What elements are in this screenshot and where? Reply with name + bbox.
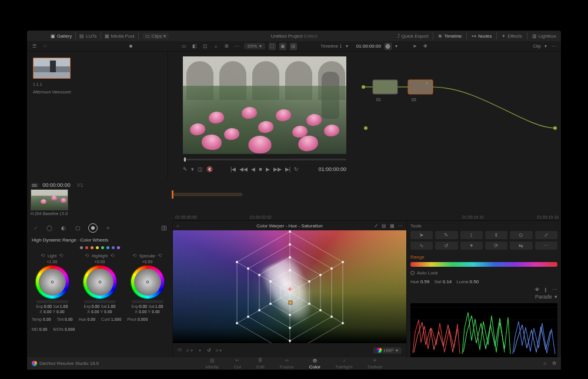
node-graph[interactable]: 01 02 ▾ <box>361 52 561 180</box>
twist-icon[interactable]: ✦ <box>460 242 483 250</box>
mask-overlay-icon[interactable]: ◧ <box>191 43 198 50</box>
node-scope[interactable]: Clip <box>533 43 541 49</box>
search-icon[interactable]: ⌕ <box>212 43 219 50</box>
play-reverse-icon[interactable]: ◀ <box>251 166 255 172</box>
viewer[interactable] <box>183 56 346 154</box>
zoom-level[interactable]: 65%▾ <box>244 43 265 49</box>
step-back-icon[interactable]: ◀◀ <box>239 166 248 172</box>
select-icon[interactable]: ➤ <box>410 231 433 239</box>
overlay-a-icon[interactable]: ▢ <box>269 43 276 50</box>
step-fwd-icon[interactable]: ▶▶ <box>273 166 282 172</box>
chevron-down-icon[interactable]: ▾ <box>346 43 348 49</box>
playhead-icon[interactable] <box>172 190 173 199</box>
pin-icon[interactable]: ⟟ <box>460 231 483 239</box>
color-wheel[interactable] <box>35 265 69 299</box>
sidebar-toggle-icon[interactable]: ☰ <box>31 43 38 50</box>
node-more-icon[interactable]: ⋯ <box>550 43 557 50</box>
contract-icon[interactable]: ⇆ <box>510 242 532 250</box>
radio-icon[interactable] <box>410 271 415 275</box>
viewer-mode-icon[interactable]: ▭ <box>181 43 188 50</box>
clip-thumb[interactable] <box>31 189 68 210</box>
tab-gallery[interactable]: ▣Gallery <box>51 33 72 39</box>
page-fusion[interactable]: ∞Fusion <box>280 358 294 370</box>
last-frame-icon[interactable]: ▶| <box>285 166 290 172</box>
pull-icon[interactable]: ⇕ <box>485 231 507 239</box>
zone-dot[interactable] <box>80 246 83 249</box>
timeline-name[interactable]: Timeline 1 <box>320 43 342 49</box>
page-deliver[interactable]: ✈Deliver <box>368 358 382 370</box>
zone-dot[interactable] <box>106 246 109 249</box>
picker-icon[interactable]: ✎ <box>183 166 188 172</box>
reset-wheel-icon[interactable]: ⟲ <box>158 253 162 259</box>
reset-wheel-icon[interactable]: ⟲ <box>41 253 45 259</box>
quick-export-button[interactable]: ⤴Quick Export <box>397 33 429 39</box>
page-media[interactable]: ▤Media <box>206 358 219 370</box>
reset-wheel-icon[interactable]: ⟲ <box>59 253 64 259</box>
tab-media-pool[interactable]: ▦Media Pool <box>105 33 135 39</box>
tab-luts[interactable]: ▤LUTs <box>79 33 96 39</box>
smooth-icon[interactable]: ∿ <box>410 242 433 250</box>
wheel-handle[interactable] <box>146 281 149 284</box>
tab-clips[interactable]: ▭Clips▾ <box>142 33 169 39</box>
warper-canvas[interactable] <box>173 230 406 343</box>
scope-mode[interactable]: Parade <box>535 294 552 300</box>
reset-col-icon[interactable]: ↺ <box>435 242 457 250</box>
wheel-handle[interactable] <box>51 281 54 284</box>
mute-icon[interactable]: 🔇 <box>206 166 213 172</box>
warper-pin-icon[interactable] <box>288 287 292 291</box>
tab-effects[interactable]: ✦Effects <box>502 33 522 39</box>
color-wheel[interactable] <box>131 265 165 299</box>
add-point-icon[interactable]: ＋ <box>198 347 202 354</box>
page-cut[interactable]: ✂Cut <box>234 358 241 370</box>
jog-bar[interactable] <box>84 300 116 303</box>
wheel-handle[interactable] <box>98 281 101 284</box>
window-tool-icon[interactable]: ▢ <box>74 224 81 232</box>
play-icon[interactable]: ▶ <box>266 166 270 172</box>
jog-bar[interactable] <box>132 300 163 303</box>
warper-space[interactable]: HSP ▾ <box>373 347 402 354</box>
more-icon[interactable]: ⋯ <box>233 43 240 50</box>
record-icon[interactable]: ⬤ <box>385 43 392 50</box>
scope-mode-icon[interactable]: ⫿ <box>544 287 547 293</box>
draw-icon[interactable]: ✎ <box>435 231 457 239</box>
stop-icon[interactable]: ■ <box>259 166 262 172</box>
hand-tool-icon[interactable]: ✥ <box>422 43 429 50</box>
zone-dots[interactable] <box>27 245 172 250</box>
loop-icon[interactable]: ↻ <box>294 166 299 172</box>
zone-dot[interactable] <box>112 246 115 249</box>
more-tools-icon[interactable]: ⋯ <box>535 242 557 250</box>
gallery-still[interactable] <box>33 58 71 79</box>
grid-icon[interactable]: ⊞ <box>223 43 230 50</box>
zone-dot[interactable] <box>117 246 120 249</box>
blur-tool-icon[interactable]: ≈ <box>105 224 112 232</box>
jog-bar[interactable] <box>36 300 68 303</box>
chevron-down-icon[interactable]: ▾ <box>191 166 194 172</box>
color-wheel[interactable] <box>83 265 117 299</box>
hue-range-bar[interactable] <box>410 262 557 267</box>
expand-grid-icon[interactable]: ⤢ <box>535 231 557 239</box>
qualifier-tool-icon[interactable]: ◐ <box>60 224 67 232</box>
tracker-tool-icon[interactable] <box>88 223 98 233</box>
chevron-down-icon[interactable]: ▾ <box>554 294 557 300</box>
zone-dot[interactable] <box>96 246 99 249</box>
loop-select-icon[interactable]: ⟳ <box>485 242 507 250</box>
zone-dot[interactable] <box>85 246 88 249</box>
page-edit[interactable]: ≣Edit <box>256 358 265 370</box>
reset-wheel-icon[interactable]: ⟲ <box>110 253 115 259</box>
overlay-c-icon[interactable]: ▤ <box>290 43 297 50</box>
wipe-mode-icon[interactable]: ◫ <box>198 166 203 172</box>
expand-icon[interactable]: ⤢ <box>374 223 378 229</box>
panel-view-icon[interactable]: ▤ <box>382 223 386 229</box>
select-tool-icon[interactable]: ⬭ <box>178 347 182 353</box>
reset-wheel-icon[interactable]: ⟲ <box>132 253 137 259</box>
timeline-ruler[interactable]: 01:00:00:00 01:00:02:02 01:00:16:16 01:0… <box>173 213 559 221</box>
page-fairlight[interactable]: ♪Fairlight <box>336 358 352 370</box>
reset-tool-icon[interactable]: ↺ <box>207 348 211 353</box>
pointer-tool-icon[interactable]: ➤ <box>412 43 419 50</box>
chevron-down-icon[interactable]: ▾ <box>395 43 397 49</box>
page-color[interactable]: ◎Color <box>309 358 320 370</box>
close-panel-icon[interactable]: × <box>176 223 179 229</box>
panel-more-icon[interactable]: ⋯ <box>398 223 403 229</box>
tab-lightbox[interactable]: ▥Lightbox <box>532 33 556 39</box>
reset-wheel-icon[interactable]: ⟲ <box>85 253 89 259</box>
